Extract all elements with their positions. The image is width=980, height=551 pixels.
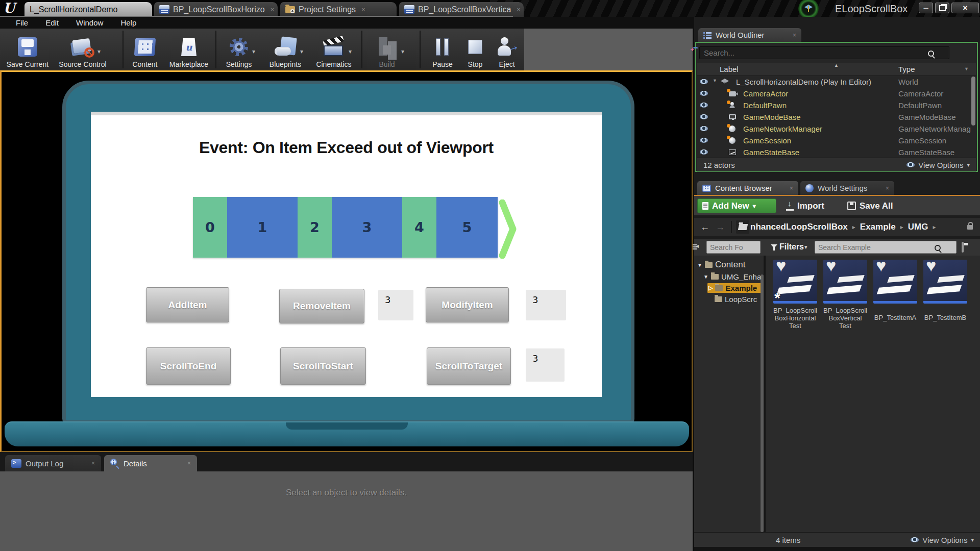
filters-label[interactable]: Filters (779, 242, 804, 252)
close-icon[interactable]: × (361, 6, 365, 13)
outliner-row[interactable]: ▼ L_ScrollHorizontalDemo (Play In Editor… (697, 76, 976, 88)
modify-index-input[interactable]: 3 (526, 290, 566, 320)
close-icon[interactable]: × (790, 185, 793, 192)
tab-world-outliner[interactable]: World Outliner × (698, 28, 801, 42)
scroll-to-target-button[interactable]: ScrollToTarget (427, 347, 511, 385)
add-new-button[interactable]: Add New ▾ (697, 198, 776, 213)
tab-blueprint-horizontal[interactable]: BP_LoopScrollBoxHorizo × (154, 2, 278, 17)
import-button[interactable]: Import (786, 198, 824, 213)
chevron-down-icon[interactable]: ▾ (401, 48, 404, 55)
path-folder-button[interactable] (736, 220, 749, 234)
back-icon[interactable]: ← (700, 222, 709, 233)
close-icon[interactable]: × (793, 32, 796, 39)
breadcrumb-umg[interactable]: UMG (908, 222, 928, 232)
tree-expand-icon[interactable]: ▼ (697, 262, 702, 268)
tab-world-settings[interactable]: World Settings × (800, 181, 894, 195)
lock-icon[interactable] (967, 225, 973, 230)
outliner-row[interactable]: GameModeBase GameModeBase (697, 111, 976, 123)
modify-item-button[interactable]: ModifyItem (426, 287, 509, 322)
tab-details[interactable]: Details × (104, 455, 197, 471)
eject-button[interactable]: → Eject (493, 31, 521, 68)
scroll-to-start-button[interactable]: ScrollToStart (280, 347, 366, 385)
content-button[interactable]: Content (129, 31, 161, 68)
scroll-item[interactable]: 5 (436, 197, 498, 258)
asset-bp-loopscrollbox-vertical-test[interactable]: ♥ (823, 260, 867, 304)
add-item-button[interactable]: AddItem (146, 287, 229, 322)
outliner-search-field[interactable] (699, 46, 949, 59)
stop-button[interactable]: Stop (462, 31, 488, 68)
scroll-item[interactable]: 1 (227, 197, 298, 258)
settings-button[interactable]: ▾ Settings (223, 31, 255, 68)
cinematics-button[interactable]: ▾ Cinematics (313, 31, 354, 68)
asset-bp-loopscrollbox-horizontal-test[interactable]: ♥ * (773, 260, 817, 304)
tree-expand-icon[interactable]: ▷ (708, 285, 713, 291)
blueprints-button[interactable]: ▾ Blueprints (265, 31, 305, 68)
source-control-button[interactable]: ▾ Source Control (54, 31, 111, 68)
folder-search-field[interactable] (706, 241, 761, 254)
asset-search-field[interactable] (815, 241, 957, 254)
content-view-options-button[interactable]: View Options ▾ (911, 536, 974, 544)
scroll-item[interactable]: 3 (332, 197, 402, 258)
loop-scroll-box[interactable]: 0 1 2 3 4 5 (193, 197, 498, 258)
asset-search-input[interactable] (815, 241, 934, 253)
asset-bp-testitema[interactable]: ♥ (873, 260, 917, 304)
visibility-eye-icon[interactable] (700, 79, 708, 84)
restore-button[interactable] (935, 3, 949, 13)
marketplace-button[interactable]: Marketplace (165, 31, 212, 68)
visibility-eye-icon[interactable] (700, 138, 708, 143)
menu-file[interactable]: File (16, 18, 28, 27)
chevron-down-icon[interactable]: ▾ (252, 48, 255, 55)
outliner-column-header[interactable]: Label ▲ Type ▼ (697, 63, 976, 76)
outliner-row[interactable]: CameraActor CameraActor (697, 88, 976, 99)
pause-button[interactable]: Pause (428, 31, 457, 68)
tree-expand-icon[interactable]: ▼ (703, 274, 708, 280)
chevron-down-icon[interactable]: ▾ (300, 48, 303, 55)
chevron-down-icon[interactable]: ▾ (804, 244, 807, 251)
visibility-eye-icon[interactable] (700, 126, 708, 131)
chevron-down-icon[interactable]: ▾ (349, 48, 352, 55)
outliner-search-input[interactable] (700, 47, 927, 59)
close-icon[interactable]: × (91, 460, 95, 467)
scroll-item[interactable]: 0 (193, 197, 227, 258)
outliner-row[interactable]: GameStateBase GameStateBase (697, 146, 976, 158)
close-icon[interactable]: × (187, 460, 191, 467)
sort-ascending-icon[interactable]: ▲ (834, 63, 839, 68)
breadcrumb-example[interactable]: Example (860, 222, 896, 232)
target-index-input[interactable]: 3 (526, 348, 565, 382)
scroll-to-end-button[interactable]: ScrollToEnd (146, 347, 231, 385)
close-icon[interactable]: × (886, 185, 889, 192)
save-current-button[interactable]: Save Current (4, 31, 51, 68)
close-icon[interactable]: × (517, 6, 521, 13)
breadcrumb-root[interactable]: nhancedLoopScrollBox (750, 222, 848, 232)
tab-content-browser[interactable]: Content Browser × (697, 181, 798, 195)
folder-search-input[interactable] (707, 241, 755, 253)
visibility-eye-icon[interactable] (700, 103, 708, 108)
menu-window[interactable]: Window (76, 18, 103, 27)
close-icon[interactable]: × (271, 6, 275, 13)
tree-item-loopscroll[interactable]: LoopScrc (715, 295, 757, 304)
tab-output-log[interactable]: Output Log × (5, 455, 101, 471)
tree-scrollbar[interactable] (761, 274, 764, 532)
filter-funnel-icon[interactable] (771, 244, 777, 251)
outliner-row[interactable]: DefaultPawn DefaultPawn (697, 99, 976, 111)
save-all-button[interactable]: Save All (847, 198, 893, 213)
close-button[interactable]: × (951, 3, 979, 13)
tab-project-settings[interactable]: Project Settings × (280, 2, 397, 17)
asset-bp-testitemb[interactable]: ♥ (923, 260, 967, 304)
play-in-editor-viewport[interactable]: Event: On Item Exceed out of Viewport 0 … (0, 70, 693, 452)
remove-index-input[interactable]: 3 (378, 290, 413, 320)
outliner-view-options-button[interactable]: View Options ▾ (906, 161, 970, 169)
tree-item-example[interactable]: ▷ Example (707, 283, 764, 293)
chevron-down-icon[interactable]: ▾ (97, 48, 101, 55)
tree-item-content[interactable]: ▼ Content (697, 260, 745, 270)
column-type[interactable]: Type (898, 65, 915, 73)
scroll-item[interactable]: 2 (298, 197, 332, 258)
type-filter-icon[interactable]: ▼ (964, 66, 969, 71)
visibility-eye-icon[interactable] (700, 114, 708, 119)
outliner-scrollbar[interactable] (971, 77, 975, 126)
scroll-item[interactable]: 4 (402, 197, 436, 258)
build-button[interactable]: ▾ Build (371, 31, 403, 68)
column-label[interactable]: Label (720, 65, 739, 73)
save-search-icon[interactable] (962, 242, 964, 253)
visibility-eye-icon[interactable] (700, 91, 708, 96)
